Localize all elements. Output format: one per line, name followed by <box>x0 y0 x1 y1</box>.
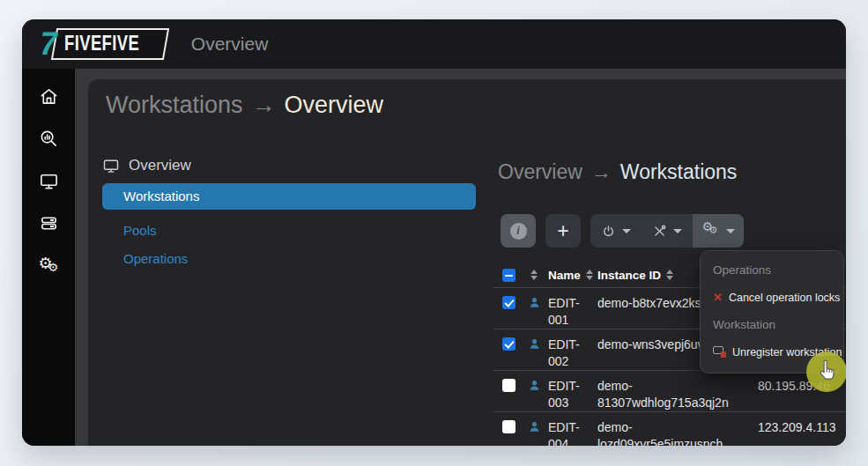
workstations-toolbar: i + ⚙⚙ <box>501 214 744 248</box>
servers-icon[interactable] <box>39 213 59 233</box>
actions-button-group: ⚙⚙ <box>590 214 744 248</box>
menu-section-operations: Operations <box>713 256 843 284</box>
power-dropdown-button[interactable] <box>590 214 642 248</box>
sort-icon[interactable] <box>586 270 593 280</box>
top-bar: 7 FIVEFIVE Overview <box>22 19 846 69</box>
select-all-checkbox[interactable] <box>502 269 516 282</box>
instance-id: demo- <box>597 378 754 395</box>
chevron-down-icon <box>622 229 631 233</box>
tools-dropdown-button[interactable] <box>642 214 693 248</box>
page-title: Overview <box>191 33 269 55</box>
main-panel: Workstations→Overview Overview Workstati… <box>88 79 846 446</box>
overview-nav: Overview Workstations Pools Operations <box>102 157 476 266</box>
breadcrumb-parent[interactable]: Workstations <box>106 92 243 118</box>
chevron-down-icon <box>673 229 682 233</box>
sort-icon[interactable] <box>666 270 673 280</box>
user-icon <box>525 378 543 393</box>
nav-item-workstations[interactable]: Workstations <box>102 183 476 210</box>
ip-address: 123.209.4.113 <box>758 419 846 436</box>
breadcrumb-current: Overview <box>285 92 384 118</box>
sidebar: ⚙⚙ <box>22 69 75 446</box>
table-row[interactable]: EDIT-003 demo-81307wdhlog715a3qj2n 80.19… <box>493 371 846 412</box>
logo-text: FIVEFIVE <box>64 32 139 55</box>
menu-section-workstation: Workstation <box>713 311 843 338</box>
row-checkbox[interactable] <box>502 420 516 433</box>
chevron-down-icon <box>726 229 735 233</box>
app-window: 7 FIVEFIVE Overview ⚙⚙ Workstations→Over… <box>22 19 846 446</box>
nav-header-label: Overview <box>129 157 191 174</box>
nav-header: Overview <box>102 157 476 174</box>
row-checkbox[interactable] <box>502 296 516 309</box>
home-icon[interactable] <box>39 86 59 107</box>
settings-dropdown-menu: Operations ✕ Cancel operation locks Work… <box>700 250 844 374</box>
workstations-breadcrumb: Overview→Workstations <box>498 160 737 184</box>
user-icon <box>525 295 543 310</box>
ws-breadcrumb-parent[interactable]: Overview <box>498 160 582 183</box>
menu-item-unregister-workstation[interactable]: Unregister workstation <box>713 338 843 366</box>
user-icon <box>525 419 543 434</box>
workstation-name: EDIT- <box>548 378 594 395</box>
add-workstation-button[interactable]: + <box>545 214 581 248</box>
sort-icon[interactable] <box>530 270 538 280</box>
user-icon <box>525 337 543 351</box>
workstation-name: EDIT- <box>548 337 594 353</box>
tools-icon <box>652 224 667 239</box>
monitor-icon <box>102 157 120 174</box>
instance-id: demo-lozd09xvr5e5jmzusnch <box>597 419 754 446</box>
power-icon <box>601 224 616 239</box>
info-icon: i <box>510 223 527 240</box>
settings-dropdown-button[interactable]: ⚙⚙ <box>693 214 744 248</box>
breadcrumb-arrow-icon: → <box>252 92 276 118</box>
table-row[interactable]: EDIT-004 demo-lozd09xvr5e5jmzusnch 123.2… <box>493 412 846 446</box>
column-header-name[interactable]: Name <box>548 267 581 284</box>
ip-address: 80.195.89.46 <box>758 378 846 395</box>
row-checkbox[interactable] <box>502 379 516 392</box>
workstations-monitor-icon[interactable] <box>39 171 59 191</box>
breadcrumb: Workstations→Overview <box>106 92 383 119</box>
nav-item-operations[interactable]: Operations <box>102 251 476 266</box>
info-button[interactable]: i <box>501 214 536 248</box>
column-header-instance-id[interactable]: Instance ID <box>597 267 661 284</box>
gears-icon: ⚙⚙ <box>702 223 720 239</box>
fivefive-logo: 7 FIVEFIVE <box>40 28 167 61</box>
workstation-name: EDIT- <box>548 419 594 436</box>
settings-gears-icon[interactable]: ⚙⚙ <box>39 255 59 276</box>
monitor-remove-icon <box>713 346 726 358</box>
nav-item-pools[interactable]: Pools <box>102 223 476 238</box>
row-checkbox[interactable] <box>502 337 516 351</box>
analytics-search-icon[interactable] <box>39 129 59 149</box>
ws-breadcrumb-arrow-icon: → <box>591 160 612 183</box>
menu-item-cancel-operation-locks[interactable]: ✕ Cancel operation locks <box>713 284 843 311</box>
logo-box: FIVEFIVE <box>50 28 169 60</box>
red-x-icon: ✕ <box>713 292 723 303</box>
ws-breadcrumb-current: Workstations <box>620 160 738 183</box>
workstation-name: EDIT- <box>548 295 594 312</box>
